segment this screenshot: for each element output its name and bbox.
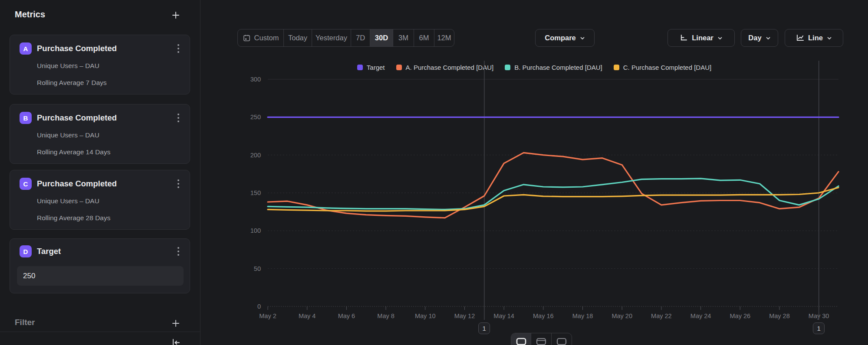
linear-scale-icon (680, 34, 688, 42)
analytics-dashboard: Metrics A Purchase Completed Unique User… (0, 0, 868, 345)
chart-size-medium[interactable] (531, 333, 551, 345)
target-menu-button[interactable] (173, 245, 184, 258)
metrics-sidebar: Metrics A Purchase Completed Unique User… (0, 0, 201, 345)
metric-card-c[interactable]: C Purchase Completed Unique Users – DAU … (10, 170, 190, 230)
x-axis-label: May 20 (612, 312, 632, 319)
metric-transform: Rolling Average 7 Days (37, 79, 107, 87)
plus-icon (171, 11, 180, 20)
range-label: Today (288, 34, 307, 42)
range-30d-active[interactable]: 30D (370, 29, 393, 46)
range-12m[interactable]: 12M (434, 29, 454, 46)
date-range-control: Custom Today Yesterday 7D 30D 3M 6M 12M (237, 29, 454, 47)
add-filter-button[interactable] (170, 318, 181, 329)
x-axis-label: May 10 (415, 312, 436, 319)
chevron-down-icon (580, 36, 585, 41)
plus-icon (171, 319, 180, 328)
range-label: Yesterday (316, 34, 347, 42)
calendar-icon (243, 34, 251, 42)
x-axis-label: May 24 (690, 312, 711, 319)
scale-label: Linear (692, 34, 713, 42)
line-chart-icon (796, 34, 804, 42)
series-line-b[interactable] (268, 179, 838, 210)
kebab-icon (177, 44, 180, 53)
x-axis-label: May 12 (454, 312, 475, 319)
x-axis-label: May 2 (259, 312, 276, 319)
range-label: 12M (437, 34, 451, 42)
metric-card-b[interactable]: B Purchase Completed Unique Users – DAU … (10, 104, 190, 164)
range-today[interactable]: Today (284, 29, 312, 46)
metric-badge: B (20, 112, 32, 124)
metric-menu-button[interactable] (173, 111, 184, 124)
chart-size-large[interactable] (552, 333, 572, 345)
y-axis-label: 250 (250, 114, 261, 120)
collapse-left-icon (171, 338, 181, 345)
collapse-sidebar-button[interactable] (170, 337, 181, 345)
target-value-input[interactable] (17, 266, 184, 286)
range-label: 3M (398, 34, 408, 42)
chart-size-small-active[interactable] (511, 333, 531, 345)
interval-label: Day (748, 34, 761, 42)
compare-label: Compare (545, 34, 576, 42)
panel-small-icon (516, 337, 527, 345)
kebab-icon (177, 247, 180, 256)
range-label: 6M (419, 34, 429, 42)
chart-panel: Custom Today Yesterday 7D 30D 3M 6M 12M … (201, 0, 868, 345)
metric-menu-button[interactable] (173, 42, 184, 55)
range-label: Custom (254, 34, 279, 42)
metric-title: Purchase Completed (37, 113, 117, 123)
annotation-chip[interactable]: 1 (813, 322, 825, 334)
metric-menu-button[interactable] (173, 177, 184, 190)
metric-card-a[interactable]: A Purchase Completed Unique Users – DAU … (10, 35, 190, 94)
x-axis-label: May 4 (299, 312, 316, 319)
metric-transform: Rolling Average 28 Days (37, 214, 110, 222)
chevron-down-icon (827, 36, 832, 41)
y-axis-label: 150 (250, 189, 261, 196)
y-axis-label: 300 (250, 76, 261, 83)
interval-select-button[interactable]: Day (741, 29, 778, 47)
y-axis-label: 200 (250, 152, 261, 159)
range-6m[interactable]: 6M (414, 29, 434, 46)
target-card: D Target (10, 238, 190, 293)
metric-measure: Unique Users – DAU (37, 131, 99, 139)
x-axis-label: May 22 (651, 312, 672, 319)
annotation-chip[interactable]: 1 (478, 322, 490, 334)
panel-large-icon (556, 337, 567, 345)
x-axis-label: May 26 (730, 312, 750, 319)
metric-title: Purchase Completed (37, 179, 117, 189)
series-line-c[interactable] (268, 188, 838, 211)
metric-measure: Unique Users – DAU (37, 62, 99, 70)
kebab-icon (177, 113, 180, 123)
chart-type-select-button[interactable]: Line (785, 29, 843, 47)
range-3m[interactable]: 3M (393, 29, 414, 46)
y-axis-label: 0 (257, 303, 261, 310)
range-yesterday[interactable]: Yesterday (312, 29, 351, 46)
chevron-down-icon (717, 36, 723, 41)
scale-select-button[interactable]: Linear (667, 29, 735, 47)
range-label: 30D (375, 34, 388, 42)
metric-badge: C (20, 178, 32, 190)
x-axis-label: May 18 (572, 312, 593, 319)
line-chart[interactable]: 050100150200250300May 2May 4May 6May 8Ma… (201, 56, 868, 345)
chart-type-label: Line (808, 34, 823, 42)
y-axis-label: 100 (250, 227, 261, 234)
add-metric-button[interactable] (170, 10, 181, 21)
x-axis-label: May 8 (377, 312, 395, 319)
range-custom[interactable]: Custom (238, 29, 284, 46)
metric-badge: A (20, 42, 32, 55)
x-axis-label: May 16 (533, 312, 554, 319)
filter-section-label: Filter (15, 318, 35, 327)
chevron-down-icon (766, 36, 771, 41)
metric-transform: Rolling Average 14 Days (37, 148, 110, 156)
x-axis-label: May 6 (338, 312, 355, 319)
range-label: 7D (356, 34, 365, 42)
y-axis-label: 50 (254, 265, 261, 272)
chart-size-toggle (511, 333, 572, 345)
range-7d[interactable]: 7D (351, 29, 370, 46)
x-axis-label: May 28 (769, 312, 790, 319)
metric-measure: Unique Users – DAU (37, 197, 99, 205)
panel-medium-icon (536, 337, 547, 345)
x-axis-label: May 14 (493, 312, 514, 319)
compare-button[interactable]: Compare (535, 29, 595, 47)
sidebar-title: Metrics (15, 10, 45, 20)
kebab-icon (177, 179, 180, 189)
